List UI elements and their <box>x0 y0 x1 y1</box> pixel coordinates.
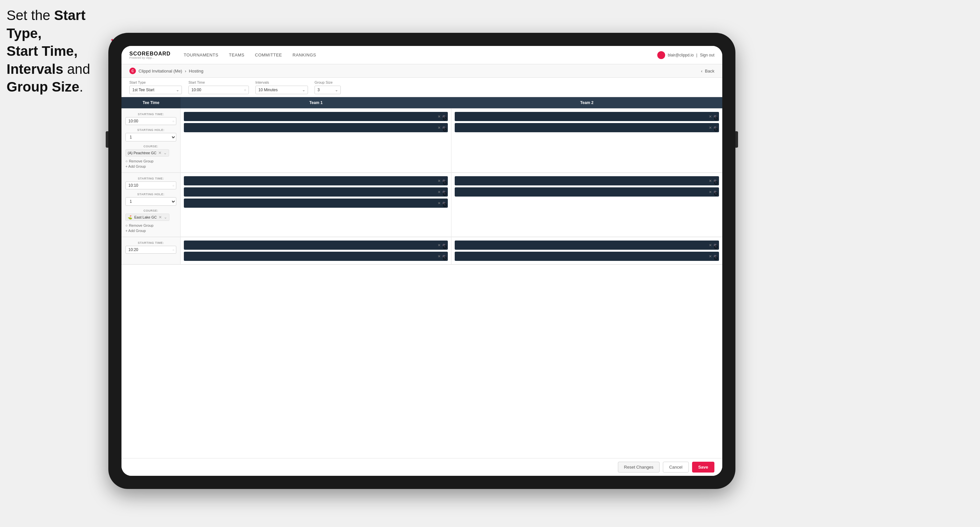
player-row-2-1: ✕ ⊙ <box>455 112 719 121</box>
breadcrumb: C Clippd Invitational (Me) › Hosting <box>129 68 203 74</box>
player-row-3-3: ✕ ⊙ <box>184 198 448 208</box>
nav-right: blair@clippd.io | Sign out <box>657 51 714 59</box>
starting-hole-label-2: STARTING HOLE: <box>126 193 176 196</box>
group-size-select-wrapper: 3 2 4 <box>315 86 341 94</box>
start-type-label: Start Type <box>129 80 182 84</box>
annotation-bold-4: Group Size <box>6 79 80 95</box>
player-row-5-2: ✕ ⊙ <box>184 252 448 261</box>
user-email: blair@clippd.io <box>668 53 694 57</box>
course-tag-options-1[interactable]: ⌄ <box>164 151 167 155</box>
player-row-3-1: ✕ ⊙ <box>184 176 448 186</box>
tablet-shell: SCOREBOARD Powered by clipp... TOURNAMEN… <box>108 33 735 489</box>
player-dot-1-1[interactable]: ⊙ <box>442 115 445 118</box>
player-dot-2-2[interactable]: ⊙ <box>714 126 716 129</box>
cancel-button[interactable]: Cancel <box>663 462 689 473</box>
course-tag-options-2[interactable]: ⌄ <box>164 215 167 219</box>
nav-tournaments[interactable]: TOURNAMENTS <box>184 47 219 63</box>
player-x-3-2[interactable]: ✕ <box>438 190 441 194</box>
settings-bar: Start Type 1st Tee Start Shotgun Start S… <box>121 78 722 97</box>
player-x-1-2[interactable]: ✕ <box>438 126 441 130</box>
starting-hole-select-1[interactable]: 1 <box>126 133 176 141</box>
starting-time-input-2[interactable] <box>126 181 176 189</box>
nav-rankings[interactable]: RANKINGS <box>293 47 316 63</box>
player-x-2-1[interactable]: ✕ <box>709 114 712 119</box>
tablet-notch-right <box>735 131 738 148</box>
player-x-3-1[interactable]: ✕ <box>438 179 441 183</box>
sign-out-link[interactable]: Sign out <box>700 53 714 57</box>
save-button[interactable]: Save <box>692 462 714 473</box>
starting-hole-wrapper-2: 1 <box>126 197 176 206</box>
intervals-label: Intervals <box>255 80 308 84</box>
starting-time-input-3[interactable] <box>126 246 176 254</box>
starting-time-input-1[interactable] <box>126 117 176 125</box>
annotation-bold-2: Start Time, <box>6 43 78 59</box>
course-tag-wrapper-2: ⛳ East Lake GC ✕ ⌄ <box>126 214 176 221</box>
player-x-1-1[interactable]: ✕ <box>438 114 441 119</box>
intervals-select-wrapper: 10 Minutes 8 Minutes 12 Minutes <box>255 86 308 94</box>
sub-header: C Clippd Invitational (Me) › Hosting ‹ B… <box>121 64 722 78</box>
player-row-4-1: ✕ ⊙ <box>455 176 719 186</box>
course-tag-wrapper-1: (A) Peachtree GC ✕ ⌄ <box>126 149 176 157</box>
player-dot-6-1[interactable]: ⊙ <box>714 244 716 246</box>
player-x-3-3[interactable]: ✕ <box>438 201 441 205</box>
course-label-1: COURSE: <box>126 145 176 148</box>
player-dot-5-2[interactable]: ⊙ <box>442 255 445 257</box>
hosting-label: Hosting <box>189 68 203 73</box>
remove-icon-2: ○ <box>126 224 128 227</box>
start-type-select[interactable]: 1st Tee Start Shotgun Start <box>129 86 182 94</box>
start-type-group: Start Type 1st Tee Start Shotgun Start <box>129 80 182 94</box>
start-time-input[interactable] <box>188 86 249 94</box>
player-row-1-2: ✕ ⊙ <box>184 123 448 132</box>
starting-hole-select-2[interactable]: 1 <box>126 197 176 206</box>
reset-button[interactable]: Reset Changes <box>618 462 660 473</box>
logo-area: SCOREBOARD Powered by clipp... <box>129 51 171 59</box>
player-x-2-2[interactable]: ✕ <box>709 126 712 130</box>
course-tag-close-1[interactable]: ✕ <box>158 151 162 155</box>
nav-committee[interactable]: COMMITTEE <box>255 47 282 63</box>
player-x-4-2[interactable]: ✕ <box>709 190 712 194</box>
start-time-wrapper <box>188 86 249 94</box>
starting-time-wrapper-2 <box>126 181 176 189</box>
remove-group-2[interactable]: ○ Remove Group <box>126 224 176 227</box>
group-size-select[interactable]: 3 2 4 <box>315 86 341 94</box>
player-dot-2-1[interactable]: ⊙ <box>714 115 716 118</box>
team2-cell-1: ✕ ⊙ ✕ ⊙ <box>452 109 722 172</box>
remove-group-1[interactable]: ○ Remove Group <box>126 159 176 163</box>
player-x-6-1[interactable]: ✕ <box>709 243 712 248</box>
player-x-6-2[interactable]: ✕ <box>709 254 712 259</box>
course-icon-2: ⛳ <box>128 215 132 219</box>
tee-group-3: STARTING TIME: ✕ ⊙ ✕ ⊙ <box>121 237 722 265</box>
course-tag-1: (A) Peachtree GC ✕ ⌄ <box>126 149 169 157</box>
player-dot-5-1[interactable]: ⊙ <box>442 244 445 246</box>
th-tee-time: Tee Time <box>121 97 181 108</box>
player-dot-6-2[interactable]: ⊙ <box>714 255 716 257</box>
player-dot-4-1[interactable]: ⊙ <box>714 179 716 182</box>
main-content: Tee Time Team 1 Team 2 STARTING TIME: ST… <box>121 97 722 458</box>
player-dot-3-2[interactable]: ⊙ <box>442 190 445 193</box>
course-label-2: COURSE: <box>126 209 176 212</box>
player-dot-3-1[interactable]: ⊙ <box>442 179 445 182</box>
player-x-5-2[interactable]: ✕ <box>438 254 441 259</box>
tee-sidebar-1: STARTING TIME: STARTING HOLE: 1 COURSE: … <box>121 109 181 172</box>
starting-time-label-3: STARTING TIME: <box>126 241 176 244</box>
player-x-4-1[interactable]: ✕ <box>709 179 712 183</box>
intervals-group: Intervals 10 Minutes 8 Minutes 12 Minute… <box>255 80 308 94</box>
table-header: Tee Time Team 1 Team 2 <box>121 97 722 109</box>
player-dot-3-3[interactable]: ⊙ <box>442 202 445 205</box>
starting-hole-wrapper-1: 1 <box>126 133 176 141</box>
course-tag-text-1: (A) Peachtree GC <box>128 151 156 155</box>
course-tag-2: ⛳ East Lake GC ✕ ⌄ <box>126 214 169 221</box>
intervals-select[interactable]: 10 Minutes 8 Minutes 12 Minutes <box>255 86 308 94</box>
player-row-5-1: ✕ ⊙ <box>184 241 448 250</box>
add-group-1[interactable]: + Add Group <box>126 164 176 168</box>
action-links-2: ○ Remove Group + Add Group <box>126 224 176 233</box>
player-x-5-1[interactable]: ✕ <box>438 243 441 248</box>
player-dot-4-2[interactable]: ⊙ <box>714 190 716 193</box>
player-dot-1-2[interactable]: ⊙ <box>442 126 445 129</box>
add-group-2[interactable]: + Add Group <box>126 229 176 233</box>
nav-teams[interactable]: TEAMS <box>229 47 244 63</box>
course-tag-close-2[interactable]: ✕ <box>159 215 162 219</box>
player-row-2-2: ✕ ⊙ <box>455 123 719 132</box>
back-link[interactable]: ‹ Back <box>701 68 714 73</box>
course-tag-text-2: East Lake GC <box>134 215 157 219</box>
